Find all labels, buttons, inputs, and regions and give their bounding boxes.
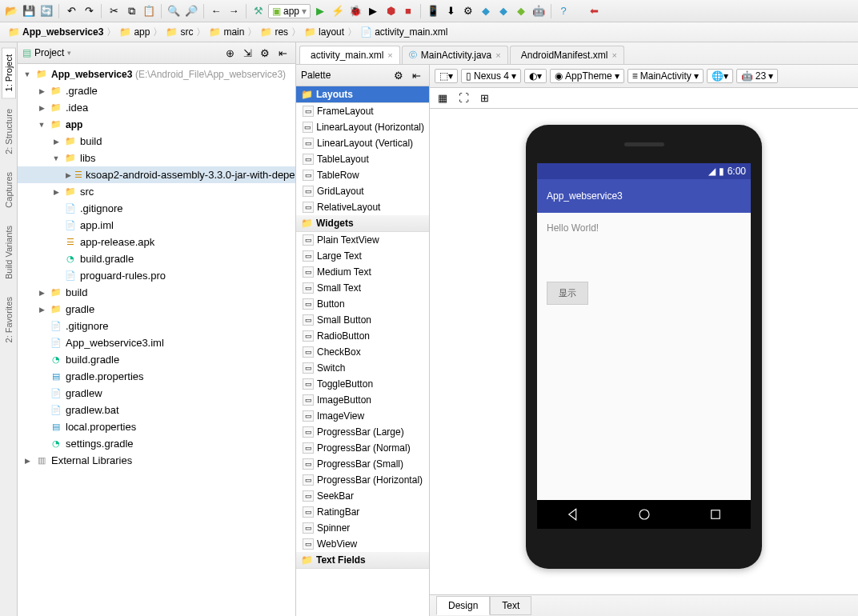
hide-icon[interactable]: ⇤ <box>275 45 291 61</box>
palette-item[interactable]: ▭ImageButton <box>296 392 429 408</box>
cut-icon[interactable]: ✂ <box>106 3 122 19</box>
tree-row[interactable]: 📄gradlew <box>18 385 295 402</box>
scroll-from-source-icon[interactable]: ⊕ <box>222 45 238 61</box>
run-config-combo[interactable]: ▣app▾ <box>268 4 311 18</box>
tree-row[interactable]: ▶📁build <box>18 284 295 301</box>
tree-row[interactable]: ▼📁App_webservice3 (E:\Android_File\App_w… <box>18 66 295 82</box>
palette-item[interactable]: ▭Medium Text <box>296 264 429 280</box>
stop-icon[interactable]: ■ <box>400 3 416 19</box>
activity-combo[interactable]: ≡ MainActivity▾ <box>627 69 704 83</box>
debug-icon[interactable]: 🐞 <box>347 3 363 19</box>
breadcrumb-item[interactable]: 📁res <box>255 25 293 39</box>
collapse-icon[interactable]: ⇲ <box>239 45 255 61</box>
breadcrumb-item[interactable]: 📁app <box>114 25 154 39</box>
palette-hide-icon[interactable]: ⇤ <box>408 67 424 83</box>
breadcrumb-item[interactable]: 📁App_webservice3 <box>3 25 108 39</box>
tree-row[interactable]: ▶📁build <box>18 133 295 150</box>
hello-text[interactable]: Hello World! <box>547 222 741 234</box>
breadcrumb-item[interactable]: 📁layout <box>299 25 349 39</box>
tree-row[interactable]: 📄App_webservice3.iml <box>18 334 295 351</box>
locale-combo[interactable]: 🌐▾ <box>707 69 733 83</box>
palette-item[interactable]: ▭FrameLayout <box>296 103 429 119</box>
breadcrumb-item[interactable]: 📁main <box>204 25 249 39</box>
breadcrumb-item[interactable]: 📄activity_main.xml <box>355 25 452 39</box>
show-button[interactable]: 显示 <box>547 282 588 305</box>
open-icon[interactable]: 📂 <box>3 3 19 19</box>
design-canvas[interactable]: ◢ ▮ 6:00 App_webservice3 Hello World! 显示 <box>430 109 858 594</box>
save-icon[interactable]: 💾 <box>21 3 37 19</box>
tree-row[interactable]: 📄proguard-rules.pro <box>18 267 295 284</box>
undo-icon[interactable]: ↶ <box>63 3 79 19</box>
tree-row[interactable]: ▼📁libs <box>18 150 295 166</box>
device-screen[interactable]: ◢ ▮ 6:00 App_webservice3 Hello World! 显示 <box>537 163 751 529</box>
device-combo[interactable]: ▯ Nexus 4▾ <box>461 69 521 83</box>
tool2-icon[interactable]: ◆ <box>495 3 511 19</box>
palette-item[interactable]: ▭ProgressBar (Horizontal) <box>296 472 429 488</box>
palette-item[interactable]: ▭RadioButton <box>296 328 429 344</box>
project-tree[interactable]: ▼📁App_webservice3 (E:\Android_File\App_w… <box>18 64 295 616</box>
replace-icon[interactable]: 🔎 <box>183 3 199 19</box>
tree-row[interactable]: ▶📁src <box>18 183 295 200</box>
tree-row[interactable]: ▶📁.idea <box>18 99 295 116</box>
tree-row[interactable]: ☰app-release.apk <box>18 234 295 250</box>
pan-icon[interactable]: ▦ <box>435 90 451 106</box>
palette-settings-icon[interactable]: ⚙ <box>391 67 407 83</box>
help-icon[interactable]: ? <box>555 3 571 19</box>
palette-item[interactable]: ▭RelativeLayout <box>296 199 429 215</box>
project-panel-title[interactable]: Project <box>34 47 64 58</box>
palette-item[interactable]: ▭Small Button <box>296 312 429 328</box>
close-icon[interactable]: × <box>611 50 616 60</box>
tree-row[interactable]: ▤local.properties <box>18 418 295 435</box>
project-struct-icon[interactable]: ⚙ <box>460 3 476 19</box>
paste-icon[interactable]: 📋 <box>141 3 157 19</box>
api-combo[interactable]: 🤖 23▾ <box>736 69 778 83</box>
palette-item[interactable]: ▭WebView <box>296 536 429 552</box>
palette-list[interactable]: 📁Layouts▭FrameLayout▭LinearLayout (Horiz… <box>296 86 429 616</box>
palette-item[interactable]: ▭LinearLayout (Vertical) <box>296 135 429 151</box>
tree-row[interactable]: ◔settings.gradle <box>18 435 295 452</box>
tree-row[interactable]: ◔build.gradle <box>18 351 295 368</box>
tree-row[interactable]: ◔build.gradle <box>18 250 295 267</box>
grid-icon[interactable]: ⊞ <box>476 90 492 106</box>
palette-item[interactable]: ▭ToggleButton <box>296 376 429 392</box>
palette-item[interactable]: ▭Small Text <box>296 280 429 296</box>
copy-icon[interactable]: ⧉ <box>123 3 139 19</box>
side-tab[interactable]: 2: Favorites <box>2 290 16 350</box>
sdk-icon[interactable]: ⬇ <box>443 3 459 19</box>
palette-item[interactable]: ▭Switch <box>296 360 429 376</box>
exit-icon[interactable]: ⬅ <box>586 3 602 19</box>
palette-item[interactable]: ▭ProgressBar (Normal) <box>296 440 429 456</box>
palette-group[interactable]: 📁Widgets <box>296 215 429 232</box>
design-text-tab[interactable]: Design <box>436 596 490 615</box>
tree-row[interactable]: ▶📁gradle <box>18 301 295 318</box>
make-icon[interactable]: ⚒ <box>251 3 267 19</box>
palette-item[interactable]: ▭RatingBar <box>296 504 429 520</box>
attach-icon[interactable]: ⬢ <box>383 3 399 19</box>
breadcrumb-item[interactable]: 📁src <box>161 25 198 39</box>
palette-item[interactable]: ▭CheckBox <box>296 344 429 360</box>
palette-item[interactable]: ▭Button <box>296 296 429 312</box>
tree-row[interactable]: 📄gradlew.bat <box>18 402 295 418</box>
editor-tab[interactable]: AndroidManifest.xml× <box>510 46 624 64</box>
editor-tab[interactable]: ⒸMainActivity.java× <box>402 46 508 64</box>
settings-icon[interactable]: ⚙ <box>257 45 273 61</box>
side-tab[interactable]: 1: Project <box>2 47 16 98</box>
run-icon[interactable]: ▶ <box>312 3 328 19</box>
side-tab[interactable]: 2: Structure <box>2 102 16 162</box>
tree-row[interactable]: ▶☰ksoap2-android-assembly-3.3.0-jar-with… <box>18 166 295 183</box>
forward-icon[interactable]: → <box>226 3 242 19</box>
android-icon[interactable]: 🤖 <box>531 3 547 19</box>
palette-item[interactable]: ▭GridLayout <box>296 183 429 199</box>
close-icon[interactable]: × <box>495 50 500 60</box>
side-tab[interactable]: Captures <box>2 165 16 215</box>
tool3-icon[interactable]: ◆ <box>513 3 529 19</box>
tree-row[interactable]: 📄.gitignore <box>18 318 295 334</box>
palette-item[interactable]: ▭TableRow <box>296 167 429 183</box>
palette-item[interactable]: ▭SeekBar <box>296 488 429 504</box>
palette-item[interactable]: ▭ProgressBar (Large) <box>296 424 429 440</box>
palette-item[interactable]: ▭Plain TextView <box>296 232 429 248</box>
recent-nav-icon[interactable] <box>708 507 723 522</box>
fit-icon[interactable]: ⛶ <box>455 90 471 106</box>
close-icon[interactable]: × <box>387 50 392 60</box>
palette-item[interactable]: ▭ProgressBar (Small) <box>296 456 429 472</box>
